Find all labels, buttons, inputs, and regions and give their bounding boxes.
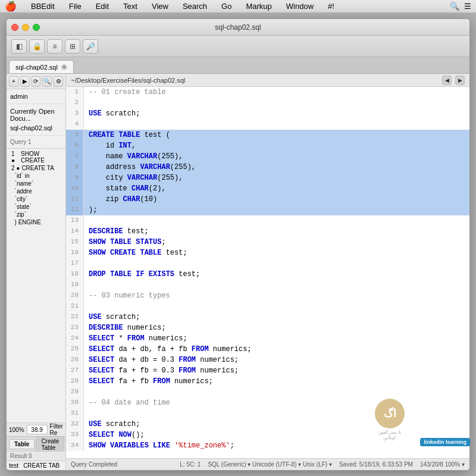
sidebar-search-button[interactable]: 🔍	[42, 76, 52, 87]
line-number: 20	[66, 290, 84, 301]
line-text: DROP TABLE IF EXISTS test;	[84, 269, 469, 280]
line-text: USE scratch;	[84, 419, 469, 430]
code-line-5: 5CREATE TABLE test (	[66, 130, 469, 140]
sidebar-file-section: Currently Open Docu... sql-chap02.sql	[7, 104, 65, 136]
code-line-1: 1-- 01 create table	[66, 87, 469, 98]
code-line-28: 28SELECT fa + fb FROM numerics;	[66, 376, 469, 387]
sidebar-tree-item-4[interactable]: `name`	[7, 180, 65, 187]
menu-markup[interactable]: Markup	[243, 1, 274, 11]
close-button[interactable]	[11, 24, 18, 31]
code-line-24: 24SELECT * FROM numerics;	[66, 333, 469, 344]
item-label: `name`	[11, 180, 33, 187]
sidebar-refresh-button[interactable]: ⟳	[32, 76, 41, 87]
sidebar-tree-item-3[interactable]: `id` in	[7, 172, 65, 180]
menu-go[interactable]: Go	[219, 1, 234, 11]
code-line-14: 14DESCRIBE test;	[66, 226, 469, 237]
tab-table[interactable]: Table	[9, 439, 35, 449]
status-bar: Query Completed L: 5C: 1 SQL (Generic) ▾…	[66, 458, 469, 470]
minimize-button[interactable]	[22, 24, 29, 31]
code-line-33: 33SELECT NOW();	[66, 430, 469, 440]
menu-hash[interactable]: #!	[325, 1, 337, 11]
line-number: 10	[66, 183, 84, 194]
menu-file[interactable]: File	[67, 1, 84, 11]
line-text	[84, 408, 469, 419]
tab-close-button[interactable]: ×	[61, 64, 67, 70]
line-text	[84, 98, 469, 108]
traffic-lights	[11, 24, 40, 31]
sidebar-tree-item-1[interactable]: 1 ● SHOW CREATE	[7, 150, 65, 164]
menu-search[interactable]: Search	[180, 1, 209, 11]
sidebar-tree-item-9[interactable]: ) ENGINE	[7, 218, 65, 226]
line-number: 17	[66, 258, 84, 269]
sidebar-config-button[interactable]: ⚙	[54, 76, 63, 87]
line-number: 2	[66, 98, 84, 108]
toolbar-btn-4[interactable]: ⊞	[65, 39, 80, 54]
toolbar-btn-5[interactable]: 🔎	[83, 39, 98, 54]
code-line-17: 17	[66, 258, 469, 269]
sidebar-add-button[interactable]: +	[9, 76, 18, 87]
menu-bbdit[interactable]: BBEdit	[29, 1, 57, 11]
maximize-button[interactable]	[33, 24, 40, 31]
line-text: city VARCHAR(255),	[84, 173, 469, 183]
filter-label: Filter Re	[50, 423, 63, 436]
line-number: 26	[66, 355, 84, 365]
sidebar-sql-label: sql-chap02.sql	[10, 124, 52, 131]
line-number: 11	[66, 194, 84, 205]
sidebar-tree-item-2[interactable]: 2 ● CREATE TA	[7, 164, 65, 172]
code-line-4: 4	[66, 119, 469, 130]
line-text	[84, 215, 469, 226]
line-text: SELECT fa + fb FROM numerics;	[84, 376, 469, 387]
code-line-19: 19	[66, 280, 469, 290]
line-text: SHOW TABLE STATUS;	[84, 237, 469, 248]
line-text: name VARCHAR(255),	[84, 151, 469, 162]
sidebar-tree-item-5[interactable]: `addre	[7, 187, 65, 195]
menu-hamburger-icon[interactable]: ☰	[464, 2, 471, 11]
code-editor[interactable]: 1-- 01 create table23USE scratch;45CREAT…	[66, 87, 469, 458]
code-line-3: 3USE scratch;	[66, 108, 469, 119]
code-line-23: 23DESCRIBE numerics;	[66, 322, 469, 333]
sidebar-doc-item[interactable]: Currently Open Docu...	[7, 107, 65, 123]
zoom-input[interactable]	[27, 425, 48, 434]
menu-view[interactable]: View	[149, 1, 171, 11]
line-number: 29	[66, 387, 84, 397]
line-text: SHOW VARIABLES LIKE '%time_zone%';	[84, 440, 469, 451]
sidebar-tree-item-8[interactable]: `zip`	[7, 211, 65, 218]
next-button[interactable]: ▶	[455, 76, 465, 85]
sidebar-sql-item[interactable]: sql-chap02.sql	[7, 123, 65, 133]
status-query: Query Completed	[71, 461, 117, 468]
admin-label: admin	[10, 93, 28, 100]
line-text: SELECT fa + fb = 0.3 FROM numerics;	[84, 365, 469, 376]
sidebar-admin-item[interactable]: admin	[7, 92, 65, 101]
sidebar-run-button[interactable]: ▶	[20, 76, 30, 87]
result-row: test CREATE TAB	[7, 461, 65, 470]
lock-icon[interactable]: 🔒	[29, 39, 45, 54]
menu-search-icon[interactable]: 🔍	[450, 2, 459, 11]
tab-sql-chap02[interactable]: sql-chap02.sql ×	[9, 60, 74, 73]
menu-window[interactable]: Window	[284, 1, 316, 11]
line-number: 14	[66, 226, 84, 237]
sidebar-toggle-button[interactable]: ◧	[11, 39, 27, 54]
query-label: Query 1	[9, 138, 63, 146]
code-line-30: 30-- 04 date and time	[66, 397, 469, 408]
code-line-27: 27SELECT fa + fb = 0.3 FROM numerics;	[66, 365, 469, 376]
sidebar-toolbar: + ▶ ⟳ 🔍 ⚙	[7, 74, 65, 89]
menu-edit[interactable]: Edit	[93, 1, 111, 11]
line-number: 33	[66, 430, 84, 440]
tab-create-table[interactable]: Create Table	[36, 436, 64, 453]
apple-menu-icon[interactable]: 🍎	[5, 1, 17, 12]
window-title: sql-chap02.sql	[215, 23, 261, 32]
sidebar-tree-item-6[interactable]: `city`	[7, 195, 65, 203]
sidebar-admin-section: admin	[7, 89, 65, 104]
toolbar-btn-3[interactable]: ≡	[47, 39, 62, 54]
path-text: ~/Desktop/ExerciseFiles/sql-chap02.sql	[71, 77, 185, 84]
menu-text[interactable]: Text	[121, 1, 140, 11]
sidebar-tree-item-7[interactable]: `state`	[7, 203, 65, 211]
code-line-11: 11 zip CHAR(10)	[66, 194, 469, 205]
tab-label: sql-chap02.sql	[15, 64, 58, 71]
result-label: Result 0	[7, 452, 65, 461]
prev-button[interactable]: ◀	[442, 76, 452, 85]
code-line-31: 31	[66, 408, 469, 419]
result-section: Result 0 test CREATE TAB	[7, 451, 65, 470]
line-text: SHOW CREATE TABLE test;	[84, 248, 469, 258]
menubar: 🍎 BBEdit File Edit Text View Search Go M…	[0, 0, 476, 13]
